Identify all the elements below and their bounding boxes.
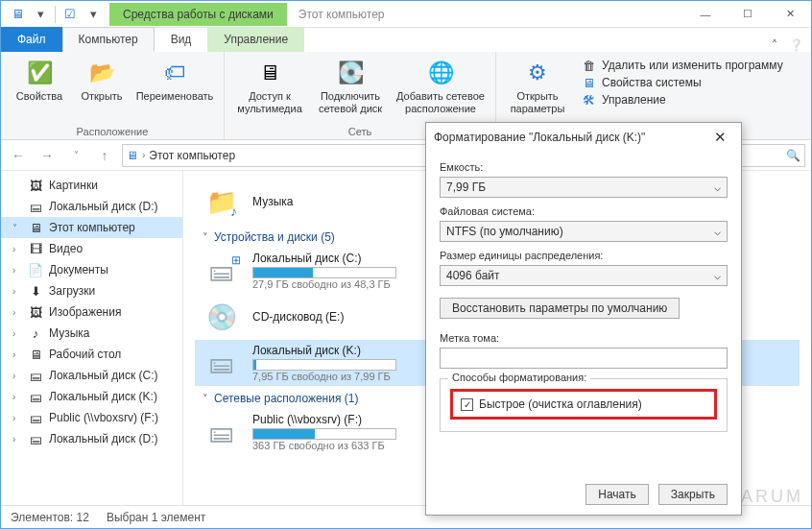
tree-item-label: Локальный диск (K:) (49, 390, 157, 403)
expand-icon[interactable]: › (12, 392, 22, 402)
computer-props-icon: 🖥 (581, 75, 596, 90)
volume-label-label: Метка тома: (440, 332, 728, 344)
tree-item-label: Public (\\vboxsrv) (F:) (49, 411, 158, 424)
allocation-select[interactable]: 4096 байт (440, 265, 728, 286)
rename-icon: 🏷 (159, 58, 190, 88)
manage-button[interactable]: 🛠 Управление (581, 92, 783, 108)
tree-item-локальный-диск-d-[interactable]: 🖴Локальный диск (D:) (1, 196, 182, 217)
breadcrumb-segment[interactable]: Этот компьютер (149, 149, 235, 162)
tree-item-документы[interactable]: ›📄Документы (1, 259, 182, 280)
expand-icon[interactable]: › (12, 371, 22, 381)
help-icon[interactable]: ❔ (789, 38, 803, 52)
network-drive-icon: 🖴 (203, 413, 241, 451)
expand-icon[interactable]: › (12, 244, 22, 254)
tree-item-label: Документы (49, 263, 108, 277)
expand-icon[interactable]: ˅ (12, 223, 22, 233)
tree-item-icon: 🖴 (28, 368, 43, 383)
media-access-button[interactable]: 🖥 Доступ к мультимедиа (232, 56, 307, 116)
uninstall-program-button[interactable]: 🗑 Удалить или изменить программу (581, 58, 783, 73)
tree-item-label: Видео (49, 242, 83, 255)
chevron-icon: › (142, 150, 145, 160)
highlight-annotation: ✓ Быстрое (очистка оглавления) (450, 389, 717, 420)
expand-icon[interactable]: › (12, 307, 22, 318)
tree-item-рабочий-стол[interactable]: ›🖥Рабочий стол (1, 344, 182, 365)
gear-icon: ⚙ (522, 58, 553, 88)
tab-manage[interactable]: Управление (207, 27, 304, 52)
tree-item-icon: 🖴 (28, 431, 43, 446)
filesystem-select[interactable]: NTFS (по умолчанию) (440, 221, 728, 242)
tree-item-музыка[interactable]: ›♪Музыка (1, 323, 182, 344)
tree-item-icon: 🖼 (28, 178, 43, 193)
capacity-bar (252, 359, 396, 371)
add-network-location-button[interactable]: 🌐 Добавить сетевое расположение (394, 56, 488, 116)
open-settings-button[interactable]: ⚙ Открыть параметры (504, 56, 571, 116)
tree-item-изображения[interactable]: ›🖼Изображения (1, 301, 182, 323)
back-button[interactable]: ← (7, 144, 30, 167)
tab-computer[interactable]: Компьютер (62, 27, 155, 52)
properties-icon[interactable]: ☑ (60, 4, 81, 25)
system-properties-button[interactable]: 🖥 Свойства системы (581, 75, 783, 90)
dialog-close-button[interactable]: ✕ (706, 129, 733, 146)
tree-item-icon: 🖴 (28, 410, 43, 425)
format-dialog: Форматирование "Локальный диск (K:)" ✕ Е… (425, 122, 742, 516)
up-button[interactable]: ↑ (93, 144, 116, 167)
volume-label-input[interactable] (440, 348, 728, 369)
network-drive-icon: 💽 (335, 58, 366, 88)
computer-icon[interactable]: 🖥 (7, 4, 28, 25)
expand-icon[interactable]: › (12, 349, 22, 360)
tree-item-label: Локальный диск (D:) (49, 432, 158, 445)
globe-icon: 🌐 (425, 58, 456, 88)
capacity-bar (252, 428, 396, 440)
properties-button[interactable]: ✅ Свойства (9, 56, 70, 105)
expand-icon[interactable]: › (12, 328, 22, 339)
tree-item-label: Музыка (49, 326, 89, 340)
tree-item-загрузки[interactable]: ›⬇Загрузки (1, 280, 182, 301)
qat-dropdown-icon[interactable]: ▾ (83, 4, 104, 25)
ribbon-tab-bar: Файл Компьютер Вид Управление ˄ ❔ (1, 28, 811, 52)
rename-button[interactable]: 🏷 Переименовать (133, 56, 216, 105)
tree-item-icon: ⬇ (28, 283, 43, 299)
status-item-count: Элементов: 12 (11, 511, 89, 524)
expand-icon[interactable]: › (12, 413, 22, 423)
recent-locations-button[interactable]: ˅ (64, 144, 87, 167)
minimize-ribbon-icon[interactable]: ˄ (772, 38, 777, 52)
expand-icon[interactable]: › (12, 286, 22, 297)
manage-icon: 🛠 (581, 92, 596, 108)
capacity-bar (252, 267, 396, 278)
minimize-button[interactable]: — (684, 1, 727, 28)
expand-icon[interactable]: › (12, 434, 22, 445)
restore-defaults-button[interactable]: Восстановить параметры по умолчанию (440, 298, 680, 319)
maximize-button[interactable]: ☐ (727, 1, 769, 28)
format-options-legend: Способы форматирования: (448, 372, 590, 383)
forward-button[interactable]: → (36, 144, 59, 167)
uninstall-icon: 🗑 (581, 58, 596, 73)
contextual-tab-label: Средства работы с дисками (109, 3, 287, 26)
folder-open-icon: 📂 (86, 58, 117, 88)
close-dialog-button[interactable]: Закрыть (658, 484, 728, 505)
format-options-group: Способы форматирования: ✓ Быстрое (очист… (440, 378, 728, 432)
tree-item-локальный-диск-k-[interactable]: ›🖴Локальный диск (K:) (1, 386, 182, 407)
tree-item-label: Локальный диск (D:) (49, 200, 158, 213)
tab-view[interactable]: Вид (155, 27, 208, 52)
tree-item-этот-компьютер[interactable]: ˅🖥Этот компьютер (1, 217, 182, 238)
start-button[interactable]: Начать (585, 484, 649, 505)
tree-item-public-vboxsrv-f-[interactable]: ›🖴Public (\\vboxsrv) (F:) (1, 407, 182, 428)
quick-format-checkbox[interactable]: ✓ Быстрое (очистка оглавления) (461, 397, 706, 411)
open-button[interactable]: 📂 Открыть (76, 56, 128, 105)
tree-item-картинки[interactable]: 🖼Картинки (1, 175, 182, 196)
tree-item-видео[interactable]: ›🎞Видео (1, 238, 182, 259)
map-drive-button[interactable]: 💽 Подключить сетевой диск (313, 56, 388, 116)
qat-customize-icon[interactable]: ▾ (30, 4, 51, 25)
cd-icon: 💿 (203, 298, 241, 336)
expand-icon[interactable]: › (12, 265, 22, 276)
tree-item-icon: 🖥 (28, 347, 43, 362)
tree-item-локальный-диск-d-[interactable]: ›🖴Локальный диск (D:) (1, 428, 182, 449)
title-bar: 🖥 ▾ ☑ ▾ Средства работы с дисками Этот к… (1, 1, 811, 28)
capacity-select[interactable]: 7,99 ГБ (440, 177, 728, 198)
tree-item-icon: 🖼 (28, 304, 43, 320)
allocation-label: Размер единицы распределения: (440, 250, 728, 261)
close-button[interactable]: ✕ (769, 1, 811, 28)
tree-item-label: Этот компьютер (49, 221, 135, 234)
tree-item-локальный-диск-c-[interactable]: ›🖴Локальный диск (C:) (1, 365, 182, 386)
tab-file[interactable]: Файл (1, 27, 62, 52)
